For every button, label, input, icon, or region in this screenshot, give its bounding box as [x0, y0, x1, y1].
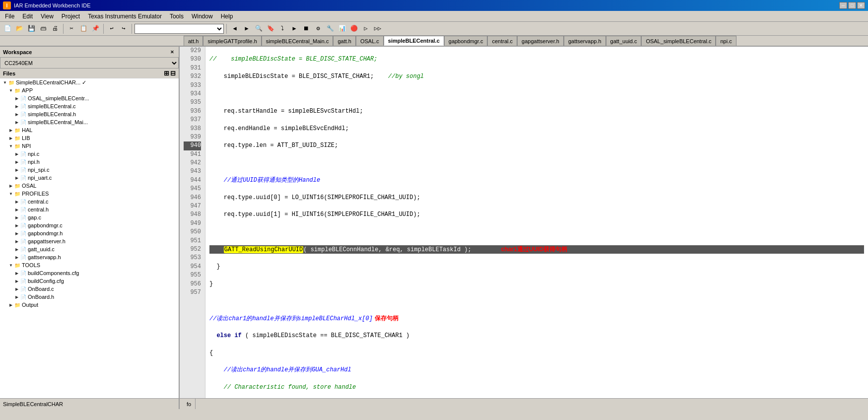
undo-button[interactable]: ↩: [106, 23, 117, 34]
debug4-button[interactable]: 🔴: [348, 23, 359, 34]
tree-onboard-h[interactable]: ▶ 📄 OnBoard.h: [0, 293, 179, 301]
menu-tools[interactable]: Tools: [166, 12, 188, 21]
open-button[interactable]: 📂: [14, 23, 25, 34]
file-tree[interactable]: ▼ 📁 SimpleBLECentralCHAR... ✓ ▼ 📁 APP ▶ …: [0, 78, 179, 398]
central-c-toggle[interactable]: ▶: [14, 199, 20, 205]
tab-osalble-c[interactable]: OSAL_simpleBLECentral.c: [641, 36, 716, 46]
tree-gapbond-c[interactable]: ▶ 📄 gapbondmgr.c: [0, 221, 179, 229]
search-button[interactable]: 🔍: [253, 23, 264, 34]
go-button[interactable]: ▶: [289, 23, 300, 34]
tab-simplegatt-h[interactable]: simpleGATTprofile.h: [203, 36, 261, 46]
tab-gatt-h[interactable]: gatt.h: [333, 36, 356, 46]
paste-button[interactable]: 📌: [90, 23, 101, 34]
tree-gap-c[interactable]: ▶ 📄 gap.c: [0, 213, 179, 221]
new-button[interactable]: 📄: [2, 23, 13, 34]
code-area[interactable]: 929 930 931 932 933 934 935 936 937 938 …: [180, 47, 868, 398]
tree-simpleble-main[interactable]: ▶ 📄 simpleBLECentral_Mai...: [0, 118, 179, 126]
tree-hal-folder[interactable]: ▶ 📁 HAL: [0, 126, 179, 134]
tab-gapgatt-h[interactable]: gapgattserver.h: [517, 36, 564, 46]
menu-ti-emulator[interactable]: Texas Instruments Emulator: [84, 12, 166, 21]
gapbond-c-toggle[interactable]: ▶: [14, 222, 20, 228]
step-button[interactable]: ▷▷: [372, 23, 383, 34]
debug3-button[interactable]: 📊: [336, 23, 347, 34]
files-icon-1[interactable]: ⊞: [164, 70, 169, 77]
tree-npi-folder[interactable]: ▼ 📁 NPI: [0, 142, 179, 150]
tree-tools-folder[interactable]: ▼ 📁 TOOLS: [0, 261, 179, 269]
simbleble-main-toggle[interactable]: ▶: [14, 119, 20, 125]
tree-npi-uart-c[interactable]: ▶ 📄 npi_uart.c: [0, 174, 179, 182]
gapbond-h-toggle[interactable]: ▶: [14, 230, 20, 236]
tree-npi-c[interactable]: ▶ 📄 npi.c: [0, 150, 179, 158]
tree-gattuuid-c[interactable]: ▶ 📄 gatt_uuid.c: [0, 245, 179, 253]
tab-simpleble-c[interactable]: simpleBLECentral.c: [384, 36, 444, 46]
lib-toggle[interactable]: ▶: [8, 135, 14, 141]
tree-profiles-folder[interactable]: ▼ 📁 PROFILES: [0, 190, 179, 198]
gattuuid-c-toggle[interactable]: ▶: [14, 246, 20, 252]
tree-root[interactable]: ▼ 📁 SimpleBLECentralCHAR... ✓: [0, 78, 179, 86]
tab-gapbond-c[interactable]: gapbondmgr.c: [444, 36, 488, 46]
hal-toggle[interactable]: ▶: [8, 127, 14, 133]
onboard-h-toggle[interactable]: ▶: [14, 294, 20, 300]
menu-project[interactable]: Project: [58, 12, 84, 21]
profiles-toggle[interactable]: ▼: [8, 191, 14, 197]
code-content[interactable]: // simpleBLEDiscState = BLE_DISC_STATE_C…: [205, 47, 868, 398]
menu-edit[interactable]: Edit: [18, 12, 37, 21]
print-button[interactable]: 🖨: [50, 23, 61, 34]
tools-toggle[interactable]: ▼: [8, 262, 14, 268]
workspace-select[interactable]: CC2540EM: [0, 58, 179, 69]
save-all-button[interactable]: 🗃: [38, 23, 49, 34]
tree-output-folder[interactable]: ▶ 📁 Output: [0, 301, 179, 309]
run-button[interactable]: ▷: [360, 23, 371, 34]
tree-lib-folder[interactable]: ▶ 📁 LIB: [0, 134, 179, 142]
simbleble-h-toggle[interactable]: ▶: [14, 111, 20, 117]
debug2-button[interactable]: 🔧: [325, 23, 335, 34]
tab-gattserv-h[interactable]: gattservapp.h: [564, 36, 606, 46]
menu-help[interactable]: Help: [217, 12, 237, 21]
simbleble-c-toggle[interactable]: ▶: [14, 103, 20, 109]
tab-simpleble-main-c[interactable]: simpleBLECentral_Main.c: [262, 36, 334, 46]
bookmark-button[interactable]: 🔖: [265, 23, 276, 34]
code-editor[interactable]: 929 930 931 932 933 934 935 936 937 938 …: [180, 47, 868, 409]
menu-view[interactable]: View: [37, 12, 58, 21]
tree-simpleble-h[interactable]: ▶ 📄 simpleBLECentral.h: [0, 110, 179, 118]
files-icon-2[interactable]: ⊟: [170, 70, 176, 77]
tree-simpleble-c[interactable]: ▶ 📄 simpleBLECentral.c: [0, 102, 179, 110]
tab-central-c[interactable]: central.c: [487, 36, 517, 46]
gattserv-h-toggle[interactable]: ▶: [14, 254, 20, 260]
tree-app-folder[interactable]: ▼ 📁 APP: [0, 86, 179, 94]
tree-onboard-c[interactable]: ▶ 📄 OnBoard.c: [0, 285, 179, 293]
tab-gattuuid-c[interactable]: gatt_uuid.c: [606, 36, 642, 46]
tree-gapbond-h[interactable]: ▶ 📄 gapbondmgr.h: [0, 229, 179, 237]
nav-fwd-button[interactable]: ▶: [241, 23, 252, 34]
redo-button[interactable]: ↪: [118, 23, 129, 34]
npi-spi-toggle[interactable]: ▶: [14, 167, 20, 173]
buildconf-toggle[interactable]: ▶: [14, 278, 20, 284]
buildcomp-toggle[interactable]: ▶: [14, 270, 20, 276]
tree-npi-h[interactable]: ▶ 📄 npi.h: [0, 158, 179, 166]
save-button[interactable]: 💾: [26, 23, 37, 34]
tab-npi-c[interactable]: npi.c: [716, 36, 736, 46]
tree-npi-spi-c[interactable]: ▶ 📄 npi_spi.c: [0, 166, 179, 174]
cut-button[interactable]: ✂: [66, 23, 77, 34]
osal-toggle[interactable]: ▶: [8, 183, 14, 189]
tree-osal-ble[interactable]: ▶ 📄 OSAL_simpleBLECentr...: [0, 94, 179, 102]
gap-c-toggle[interactable]: ▶: [14, 214, 20, 220]
tree-buildconf[interactable]: ▶ 📄 buildConfig.cfg: [0, 277, 179, 285]
tree-osal-folder[interactable]: ▶ 📁 OSAL: [0, 182, 179, 190]
osal-ble-toggle[interactable]: ▶: [14, 95, 20, 101]
gapgatt-h-toggle[interactable]: ▶: [14, 238, 20, 244]
debug1-button[interactable]: ⚙: [313, 23, 324, 34]
root-toggle[interactable]: ▼: [2, 79, 8, 85]
minimize-button[interactable]: ─: [839, 2, 847, 9]
app-toggle[interactable]: ▼: [8, 87, 14, 93]
central-h-toggle[interactable]: ▶: [14, 207, 20, 212]
menu-file[interactable]: File: [1, 12, 18, 21]
menu-window[interactable]: Window: [188, 12, 217, 21]
tree-central-h[interactable]: ▶ 📄 central.h: [0, 206, 179, 213]
tree-gapgatt-h[interactable]: ▶ 📄 gapgattserver.h: [0, 237, 179, 245]
npi-c-toggle[interactable]: ▶: [14, 151, 20, 157]
copy-button[interactable]: 📋: [78, 23, 89, 34]
npi-toggle[interactable]: ▼: [8, 143, 14, 149]
tree-gattserv-h[interactable]: ▶ 📄 gattservapp.h: [0, 253, 179, 261]
window-controls[interactable]: ─ □ ✕: [839, 2, 865, 9]
